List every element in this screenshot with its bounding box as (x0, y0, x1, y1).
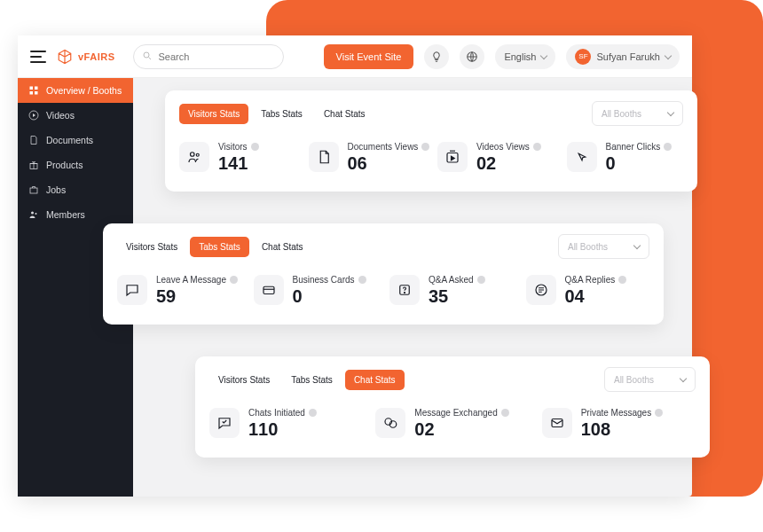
app-window: vFAIRS Visit Event Site English SF Sufya… (18, 35, 692, 497)
stat-label: Banner Clicks (606, 142, 661, 152)
language-label: English (504, 51, 536, 62)
svg-rect-4 (30, 91, 34, 95)
sidebar-item-label: Documents (46, 135, 93, 145)
chevron-down-icon (665, 51, 672, 59)
stat-label: Chats Initiated (248, 408, 305, 418)
tab-tabs-stats[interactable]: Tabs Stats (252, 104, 311, 124)
sidebar-item-documents[interactable]: Documents (18, 128, 133, 153)
stat-label: Q&A Asked (429, 275, 474, 285)
card-tabs: Visitors Stats Tabs Stats Chat Stats (117, 237, 312, 257)
sidebar-item-videos[interactable]: Videos (18, 103, 133, 128)
info-icon[interactable] (421, 143, 429, 151)
search-box[interactable] (133, 44, 284, 69)
svg-point-12 (196, 153, 199, 156)
info-icon[interactable] (477, 276, 485, 284)
stat-video-views: Videos Views 02 (437, 142, 555, 174)
stat-label: Message Exchanged (414, 408, 497, 418)
avatar: SF (575, 49, 591, 65)
video-icon (437, 142, 468, 172)
stat-label: Leave A Message (156, 275, 226, 285)
globe-icon[interactable] (460, 44, 484, 69)
tab-tabs-stats[interactable]: Tabs Stats (282, 370, 342, 390)
user-menu[interactable]: SF Sufyan Farukh (566, 44, 680, 69)
stat-label: Videos Views (476, 142, 530, 152)
grid-icon (28, 85, 39, 96)
booth-filter-dropdown[interactable]: All Booths (558, 234, 649, 259)
search-input[interactable] (133, 44, 284, 69)
sidebar-item-label: Members (46, 209, 85, 220)
stat-value: 02 (476, 153, 541, 174)
lightbulb-icon[interactable] (424, 44, 449, 69)
tab-visitors-stats[interactable]: Visitors Stats (117, 237, 186, 257)
booth-filter-label: All Booths (602, 109, 641, 119)
visit-event-site-button[interactable]: Visit Event Site (324, 44, 414, 69)
document-icon (309, 142, 339, 172)
booth-filter-label: All Booths (568, 242, 608, 252)
brand-logo[interactable]: vFAIRS (57, 49, 115, 65)
chevron-down-icon (633, 242, 641, 249)
sidebar-item-products[interactable]: Products (18, 153, 133, 177)
tab-tabs-stats[interactable]: Tabs Stats (190, 237, 249, 257)
tab-chat-stats[interactable]: Chat Stats (345, 370, 405, 390)
sidebar-item-overview[interactable]: Overview / Booths (18, 78, 133, 103)
stat-visitors: Visitors 141 (179, 142, 296, 174)
stat-label: Private Messages (581, 408, 651, 418)
stat-value: 141 (218, 153, 259, 174)
stat-chats-initiated: Chats Initiated 110 (209, 408, 363, 440)
stat-value: 02 (414, 419, 508, 440)
svg-rect-8 (30, 188, 37, 193)
stat-messages-exchanged: Message Exchanged 02 (375, 408, 529, 440)
sidebar-item-label: Jobs (46, 184, 66, 195)
user-name-label: Sufyan Farukh (596, 51, 660, 62)
tab-visitors-stats[interactable]: Visitors Stats (209, 370, 279, 390)
tab-visitors-stats[interactable]: Visitors Stats (179, 104, 248, 124)
stat-value: 108 (581, 419, 663, 440)
info-icon[interactable] (230, 276, 238, 284)
info-icon[interactable] (618, 276, 626, 284)
top-bar: vFAIRS Visit Event Site English SF Sufya… (18, 35, 692, 78)
info-icon[interactable] (501, 409, 509, 417)
card-tabs: Visitors Stats Tabs Stats Chat Stats (209, 370, 405, 390)
stat-value: 04 (565, 286, 627, 307)
language-selector[interactable]: English (495, 44, 555, 69)
tab-chat-stats[interactable]: Chat Stats (253, 237, 312, 257)
info-icon[interactable] (664, 143, 672, 151)
hamburger-icon[interactable] (30, 51, 46, 63)
sidebar-item-label: Overview / Booths (46, 85, 122, 96)
svg-rect-20 (552, 419, 562, 427)
stat-label: Documents Views (348, 142, 419, 152)
stat-label: Visitors (218, 142, 248, 152)
sidebar-item-jobs[interactable]: Jobs (18, 177, 133, 202)
info-icon[interactable] (309, 409, 317, 417)
mail-icon (542, 408, 572, 438)
info-icon[interactable] (358, 276, 366, 284)
card-icon (254, 275, 284, 305)
search-icon (142, 49, 153, 65)
briefcase-icon (28, 184, 39, 195)
info-icon[interactable] (655, 409, 663, 417)
visitors-icon (179, 142, 209, 172)
info-icon[interactable] (251, 143, 259, 151)
tabs-stats-card: Visitors Stats Tabs Stats Chat Stats All… (103, 223, 664, 325)
chat-check-icon (209, 408, 240, 438)
tab-chat-stats[interactable]: Chat Stats (315, 104, 374, 124)
booth-filter-dropdown[interactable]: All Booths (604, 367, 696, 392)
stat-label: Business Cards (293, 275, 355, 285)
stat-value: 35 (429, 286, 485, 307)
stat-business-cards: Business Cards 0 (254, 275, 378, 307)
stat-value: 06 (348, 153, 430, 174)
click-icon (567, 142, 597, 172)
stat-label: Q&A Replies (565, 275, 616, 285)
cube-icon (57, 49, 73, 65)
sidebar-item-label: Products (46, 160, 83, 170)
info-icon[interactable] (533, 143, 541, 151)
svg-rect-5 (35, 91, 38, 95)
stat-leave-message: Leave A Message 59 (117, 275, 241, 307)
play-icon (28, 110, 39, 121)
svg-rect-2 (30, 87, 34, 90)
brand-name: vFAIRS (78, 51, 115, 62)
svg-point-11 (191, 153, 195, 157)
message-icon (117, 275, 147, 305)
booth-filter-dropdown[interactable]: All Booths (592, 101, 683, 126)
stat-value: 0 (606, 153, 673, 174)
